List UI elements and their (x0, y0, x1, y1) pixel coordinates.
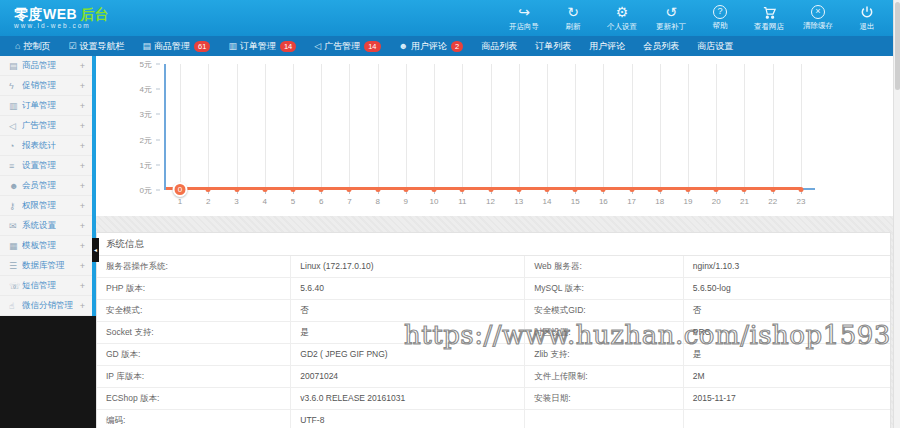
scrollbar-thumb[interactable] (895, 2, 900, 90)
chart-x-tick-label: 18 (655, 197, 664, 206)
nav-item-10[interactable]: 会员列表 (634, 36, 688, 56)
info-label: PHP 版本: (97, 278, 291, 299)
chart-data-point (770, 187, 775, 192)
chart-x-tick-label: 15 (571, 197, 580, 206)
chart-data-point (686, 187, 691, 192)
nav-badge: 2 (451, 41, 463, 52)
chart-y-tick-label: 0元 (140, 185, 152, 196)
chart-gridline (293, 64, 294, 188)
stats-pie-icon: ◔ (9, 141, 22, 151)
nav-item-4[interactable]: ▥订单管理14 (219, 36, 305, 56)
expand-plus-icon[interactable]: + (80, 201, 85, 211)
expand-plus-icon[interactable]: + (80, 241, 85, 251)
sidebar-item-4[interactable]: ◁广告管理+ (0, 116, 92, 136)
nav-item-1[interactable]: ⌂控制页 (6, 36, 59, 56)
chart-x-tick-label: 23 (796, 197, 805, 206)
nav-item-label: 广告管理 (324, 40, 360, 53)
template-grid-icon: ▦ (9, 241, 22, 251)
nav-item-6[interactable]: ☻用户评论2 (390, 36, 473, 56)
chart-data-point (290, 187, 295, 192)
logo[interactable]: 零度WEB后台 www.ld-web.com (0, 7, 109, 30)
chart-data-point (488, 187, 493, 192)
expand-plus-icon[interactable]: + (80, 61, 85, 71)
chart-data-point (657, 187, 662, 192)
sales-chart-panel: 5元4元3元2元1元0元 123456789101112131415161718… (96, 56, 893, 216)
chart-x-tick-label: 12 (486, 197, 495, 206)
sidebar-item-label: 系统设置 (22, 220, 56, 232)
sidebar-item-label: 商品管理 (22, 60, 56, 72)
nav-item-label: 订单管理 (240, 40, 276, 53)
info-label: Zlib 支持: (525, 344, 684, 365)
expand-plus-icon[interactable]: + (80, 221, 85, 231)
nav-item-11[interactable]: 商店设置 (688, 36, 742, 56)
sidebar-menu: ▤商品管理+ϟ促销管理+▥订单管理+◁广告管理+◔报表统计+≡设置管理+☻会员管… (0, 56, 96, 316)
expand-plus-icon[interactable]: + (80, 101, 85, 111)
expand-plus-icon[interactable]: + (80, 301, 85, 311)
sidebar-collapse-handle[interactable]: ◂ (92, 238, 99, 262)
chart-y-tickmark (156, 139, 160, 140)
sidebar-item-5[interactable]: ◔报表统计+ (0, 136, 92, 156)
expand-plus-icon[interactable]: + (80, 121, 85, 131)
sidebar-item-3[interactable]: ▥订单管理+ (0, 96, 92, 116)
chart-gridline (519, 64, 520, 188)
chart-data-point (432, 187, 437, 192)
sidebar-item-9[interactable]: ✉系统设置+ (0, 216, 92, 236)
expand-plus-icon[interactable]: + (80, 261, 85, 271)
gear-button[interactable]: ⚙个人设置 (605, 4, 639, 32)
sidebar-item-label: 数据库管理 (22, 260, 65, 272)
sidebar-item-11[interactable]: ☰数据库管理+ (0, 256, 92, 276)
chart-data-point (347, 187, 352, 192)
nav-item-2[interactable]: ☑设置导航栏 (59, 36, 133, 56)
nav-item-5[interactable]: ◁广告管理14 (305, 36, 389, 56)
update-patch-button[interactable]: ↺更新补丁 (654, 4, 688, 32)
logout-power-button[interactable]: 退出 (850, 4, 884, 32)
expand-plus-icon[interactable]: + (80, 161, 85, 171)
info-label (525, 410, 684, 428)
ad-megaphone-icon: ◁ (9, 121, 22, 131)
clear-cache-button[interactable]: ×清除缓存 (801, 4, 835, 31)
chart-x-tick-label: 1 (178, 197, 182, 206)
sidebar-item-label: 报表统计 (22, 140, 56, 152)
chart-x-tick-label: 5 (291, 197, 295, 206)
wizard-arrow-button[interactable]: ↪开店向导 (507, 4, 541, 32)
sidebar-item-1[interactable]: ▤商品管理+ (0, 56, 92, 76)
sidebar-item-6[interactable]: ≡设置管理+ (0, 156, 92, 176)
expand-plus-icon[interactable]: + (80, 141, 85, 151)
system-info-table: 服务器操作系统:Linux (172.17.0.10)Web 服务器:nginx… (97, 256, 890, 428)
store-cart-button[interactable]: 查看网店 (752, 4, 786, 32)
nav-config-icon: ☑ (68, 41, 76, 51)
sidebar-item-label: 微信分销管理 (22, 300, 73, 312)
nav-item-9[interactable]: 用户评论 (580, 36, 634, 56)
header-action-label: 退出 (860, 22, 875, 32)
chart-gridline (406, 64, 407, 188)
refresh-button[interactable]: ↻刷新 (556, 4, 590, 32)
nav-badge: 14 (280, 41, 296, 52)
sidebar-item-13[interactable]: ☝微信分销管理+ (0, 296, 92, 316)
chart-x-tick-label: 21 (740, 197, 749, 206)
nav-item-3[interactable]: ▤商品管理61 (134, 36, 220, 56)
expand-plus-icon[interactable]: + (80, 281, 85, 291)
info-label: Web 服务器: (525, 256, 684, 277)
sidebar-item-8[interactable]: ⚷权限管理+ (0, 196, 92, 216)
logo-title: 零度WEB后台 (14, 7, 109, 21)
info-label: 安全模式GID: (525, 300, 684, 321)
chart-gridline (208, 64, 209, 188)
sidebar-item-12[interactable]: ☏短信管理+ (0, 276, 92, 296)
expand-plus-icon[interactable]: + (80, 181, 85, 191)
system-info-panel: 系统信息 服务器操作系统:Linux (172.17.0.10)Web 服务器:… (96, 232, 891, 428)
help-button[interactable]: ?帮助 (703, 4, 737, 31)
chart-gridline (660, 64, 661, 188)
nav-item-7[interactable]: 商品列表 (472, 36, 526, 56)
sidebar-item-7[interactable]: ☻会员管理+ (0, 176, 92, 196)
chart-data-point (601, 187, 606, 192)
nav-item-8[interactable]: 订单列表 (526, 36, 580, 56)
chart-x-tick-label: 14 (542, 197, 551, 206)
chart-series-line (166, 187, 801, 190)
sidebar-item-2[interactable]: ϟ促销管理+ (0, 76, 92, 96)
chart-x-tick-label: 20 (712, 197, 721, 206)
sidebar-item-10[interactable]: ▦模板管理+ (0, 236, 92, 256)
chart-gridline (547, 64, 548, 188)
chart-x-tick-label: 3 (234, 197, 238, 206)
expand-plus-icon[interactable]: + (80, 81, 85, 91)
chart-data-point (460, 187, 465, 192)
